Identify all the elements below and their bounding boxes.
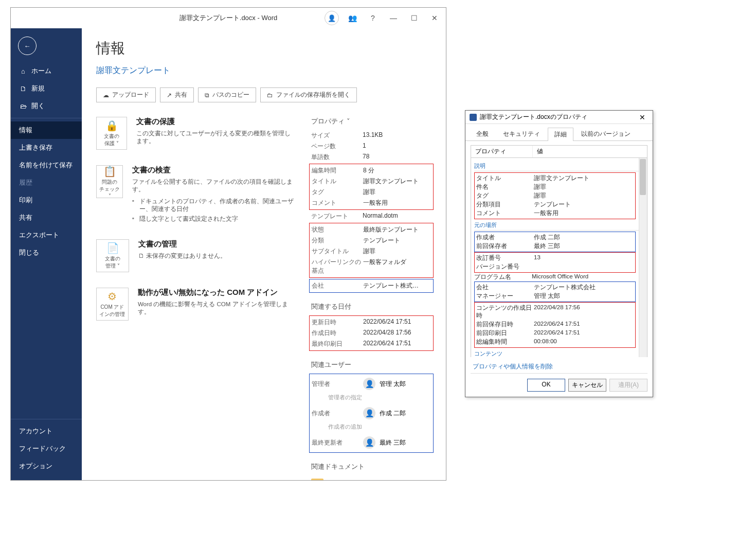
nav-feedback[interactable]: フィードバック bbox=[11, 440, 82, 457]
inspect-card: 📋 問題の チェック ˅ 文書の検査 ファイルを公開する前に、ファイルの次の項目… bbox=[96, 165, 297, 224]
nav-print[interactable]: 印刷 bbox=[11, 191, 82, 209]
ok-button[interactable]: OK bbox=[527, 379, 565, 392]
title-bar: 謝罪文テンプレート.docx - Word 👤 👥 ? ― ☐ ✕ bbox=[11, 8, 446, 28]
manage-heading: 文書の管理 bbox=[138, 239, 226, 249]
nav-history: 履歴 bbox=[11, 174, 82, 191]
share-button[interactable]: ↗共有 bbox=[160, 87, 194, 102]
properties-header[interactable]: プロパティ ˅ bbox=[311, 117, 431, 126]
upload-icon: ☁ bbox=[103, 92, 109, 99]
nav-export[interactable]: エクスポート bbox=[11, 226, 82, 244]
highlight-red: コンテンツの作成日時2022/04/28 17:56 前回保存日時2022/06… bbox=[474, 302, 636, 348]
word-backstage-window: 謝罪文テンプレート.docx - Word 👤 👥 ? ― ☐ ✕ ← ⌂ホーム… bbox=[10, 7, 446, 481]
account-icon[interactable]: 👤 bbox=[325, 11, 339, 25]
inspect-item: ドキュメントのプロパティ、作成者の名前、関連ユーザー、関連する日付 bbox=[132, 197, 297, 214]
highlight-red: 改訂番号13 バージョン番号 bbox=[474, 252, 636, 273]
tab-details[interactable]: 詳細 bbox=[548, 128, 573, 141]
file-properties-dialog: 謝罪文テンプレート.docxのプロパティ ✕ 全般 セキュリティ 詳細 以前のバ… bbox=[465, 110, 653, 397]
open-location-button[interactable]: 🗀ファイルの保存場所を開く bbox=[260, 87, 357, 102]
check-issues-button[interactable]: 📋 問題の チェック ˅ bbox=[96, 165, 123, 198]
protect-card: 🔒 文書の 保護 ˅ 文書の保護 この文書に対してユーザーが行える変更の種類を管… bbox=[96, 117, 297, 150]
manage-document-button[interactable]: 📄 文書の 管理 ˅ bbox=[96, 239, 129, 272]
group-origin: 元の場所 bbox=[474, 219, 644, 231]
window-controls: 👤 👥 ? ― ☐ ✕ bbox=[325, 8, 444, 28]
nav-new[interactable]: 🗋新規 bbox=[11, 80, 82, 97]
close-button[interactable]: ✕ bbox=[425, 10, 444, 26]
addin-desc: Word の機能に影響を与える COM アドインを管理します。 bbox=[138, 301, 297, 316]
nav-save[interactable]: 上書き保存 bbox=[11, 139, 82, 156]
document-name: 謝罪文テンプレート bbox=[96, 65, 431, 76]
inspect-heading: 文書の検査 bbox=[132, 165, 297, 175]
minimize-button[interactable]: ― bbox=[384, 10, 403, 26]
dialog-title: 謝罪文テンプレート.docxのプロパティ bbox=[480, 113, 587, 121]
highlight-blue: 会社テンプレート株式会社 マネージャー管理 太郎 bbox=[474, 281, 636, 302]
group-content: コンテンツ bbox=[474, 348, 644, 357]
highlight-red: 状態最終版テンプレート 分類テンプレート サブタイトル謝罪 ハイパーリンクの基点… bbox=[309, 223, 434, 278]
scrollbar-thumb[interactable] bbox=[640, 159, 646, 195]
folder-open-icon: 🗁 bbox=[19, 102, 27, 110]
nav-saveas[interactable]: 名前を付けて保存 bbox=[11, 156, 82, 174]
nav-share[interactable]: 共有 bbox=[11, 209, 82, 226]
tab-general[interactable]: 全般 bbox=[470, 127, 495, 140]
addin-heading: 動作が遅い/無効になった COM アドイン bbox=[138, 288, 297, 297]
lock-icon: 🔒 bbox=[105, 119, 118, 132]
cancel-button[interactable]: キャンセル bbox=[568, 379, 606, 392]
document-icon: 🗋 bbox=[19, 84, 27, 93]
tab-previous-versions[interactable]: 以前のバージョン bbox=[574, 127, 637, 140]
protect-document-button[interactable]: 🔒 文書の 保護 ˅ bbox=[96, 117, 127, 150]
upload-button[interactable]: ☁アップロード bbox=[96, 87, 156, 102]
group-description: 説明 bbox=[474, 160, 644, 171]
property-list-header: プロパティ 値 bbox=[471, 145, 647, 158]
com-addin-button[interactable]: ⚙ COM アド インの管理 bbox=[96, 288, 129, 321]
backstage-sidebar: ← ⌂ホーム 🗋新規 🗁開く 情報 上書き保存 名前を付けて保存 履歴 印刷 共… bbox=[11, 28, 82, 480]
highlight-red: タイトル謝罪文テンプレート 件名謝罪 タグ謝罪 分類項目テンプレート コメント一… bbox=[474, 172, 636, 219]
nav-close[interactable]: 閉じる bbox=[11, 244, 82, 261]
dialog-title-bar: 謝罪文テンプレート.docxのプロパティ ✕ bbox=[465, 111, 653, 124]
backstage-content: 情報 謝罪文テンプレート ☁アップロード ↗共有 ⧉パスのコピー 🗀ファイルの保… bbox=[82, 28, 446, 480]
nav-info[interactable]: 情報 bbox=[11, 121, 82, 139]
protect-heading: 文書の保護 bbox=[136, 117, 297, 127]
highlight-blue: 会社テンプレート株式… bbox=[309, 279, 434, 293]
related-documents-header: 関連ドキュメント bbox=[311, 462, 431, 471]
nav-open[interactable]: 🗁開く bbox=[11, 97, 82, 115]
gear-icon: ⚙ bbox=[107, 290, 117, 303]
link-icon: ⧉ bbox=[205, 92, 209, 99]
highlight-blue: 作成者作成 二郎 前回保存者最終 三郎 bbox=[474, 232, 636, 252]
highlight-blue: 管理者 👤管理 太郎 管理者の指定 作成者 👤作成 二郎 作成者の追加 最終更新… bbox=[309, 374, 434, 453]
page-title: 情報 bbox=[96, 39, 431, 58]
nav-options[interactable]: オプション bbox=[11, 457, 82, 475]
addin-card: ⚙ COM アド インの管理 動作が遅い/無効になった COM アドイン Wor… bbox=[96, 288, 297, 321]
nav-home[interactable]: ⌂ホーム bbox=[11, 62, 82, 80]
back-button[interactable]: ← bbox=[18, 37, 37, 55]
highlight-red: 編集時間8 分 タイトル謝罪文テンプレート タグ謝罪 コメント一般客用 bbox=[309, 164, 434, 210]
related-dates-header: 関連する日付 bbox=[311, 302, 431, 311]
properties-panel: プロパティ ˅ サイズ13.1KB ページ数1 単語数78 編集時間8 分 タイ… bbox=[311, 117, 431, 480]
scrollbar[interactable] bbox=[639, 158, 647, 357]
home-icon: ⌂ bbox=[19, 67, 27, 75]
related-users-header: 関連ユーザー bbox=[311, 360, 431, 369]
share-icon: ↗ bbox=[167, 92, 172, 99]
action-row: ☁アップロード ↗共有 ⧉パスのコピー 🗀ファイルの保存場所を開く bbox=[96, 87, 431, 102]
document-gear-icon: 📄 bbox=[106, 242, 119, 254]
word-icon bbox=[470, 114, 477, 121]
folder-icon bbox=[311, 479, 323, 480]
tab-security[interactable]: セキュリティ bbox=[496, 127, 547, 140]
nav-account[interactable]: アカウント bbox=[11, 422, 82, 440]
manage-card: 📄 文書の 管理 ˅ 文書の管理 🗋 未保存の変更はありません。 bbox=[96, 239, 297, 272]
copy-path-button[interactable]: ⧉パスのコピー bbox=[198, 87, 256, 102]
protect-desc: この文書に対してユーザーが行える変更の種類を管理します。 bbox=[136, 130, 297, 145]
window-title: 謝罪文テンプレート.docx - Word bbox=[179, 13, 277, 23]
folder-icon: 🗀 bbox=[267, 92, 273, 99]
maximize-button[interactable]: ☐ bbox=[405, 10, 423, 26]
share-header-button[interactable]: 👥 bbox=[343, 10, 362, 26]
avatar-icon: 👤 bbox=[363, 407, 375, 419]
property-list: 説明 タイトル謝罪文テンプレート 件名謝罪 タグ謝罪 分類項目テンプレート コメ… bbox=[471, 158, 647, 357]
help-button[interactable]: ? bbox=[364, 10, 382, 26]
avatar-icon: 👤 bbox=[363, 378, 375, 390]
dialog-tabs: 全般 セキュリティ 詳細 以前のバージョン bbox=[465, 124, 653, 141]
open-file-location[interactable]: ファイルの保存場所を開く bbox=[311, 475, 431, 480]
manage-desc: 🗋 未保存の変更はありません。 bbox=[138, 252, 226, 260]
dialog-close-button[interactable]: ✕ bbox=[636, 113, 649, 121]
remove-properties-link[interactable]: プロパティや個人情報を削除 bbox=[471, 357, 647, 374]
inspect-desc: ファイルを公開する前に、ファイルの次の項目を確認します。 bbox=[132, 178, 297, 193]
avatar-icon: 👤 bbox=[363, 436, 375, 449]
